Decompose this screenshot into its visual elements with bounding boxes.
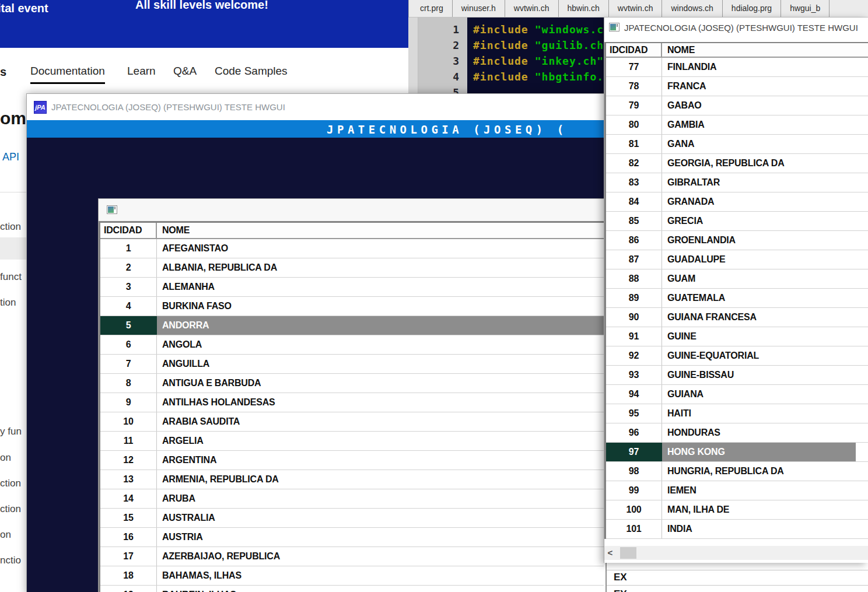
browse-title-bar[interactable] [99, 199, 609, 221]
table-row[interactable]: 86GROENLANDIA [606, 231, 868, 250]
cell-id: 5 [100, 316, 157, 335]
editor-tab-hwgui-b[interactable]: hwgui_b [781, 0, 830, 17]
table-row[interactable]: 101INDIA [606, 520, 868, 539]
link-fragment[interactable]: on [0, 452, 11, 464]
table-row[interactable]: 99IEMEN [606, 481, 868, 500]
table-row[interactable]: 78FRANCA [606, 77, 868, 96]
editor-tab-wvtwin-ch-2[interactable]: wvtwin.ch [609, 0, 663, 17]
cell-nome: AUSTRALIA [157, 509, 609, 527]
table-row[interactable]: 16AUSTRIA [100, 528, 609, 547]
table-row[interactable]: 11ARGELIA [100, 432, 609, 451]
link-fragment[interactable]: nctio [0, 555, 21, 566]
table-row[interactable]: 94GUIANA [606, 385, 868, 404]
link-fragment[interactable]: on [0, 529, 11, 541]
table-row[interactable]: 12ARGENTINA [100, 451, 609, 470]
editor-tab-winuser-h[interactable]: winuser.h [453, 0, 505, 17]
table-row[interactable]: 79GABAO [606, 96, 868, 115]
cell-id: 19 [100, 586, 157, 592]
include-path: "guilib.ch" [535, 39, 611, 51]
table-row[interactable]: 81GANA [606, 135, 868, 154]
cell-nome: GIBRALTAR [662, 173, 856, 192]
api-link[interactable]: API [2, 151, 19, 163]
table-row[interactable]: 93GUINE-BISSAU [606, 366, 868, 385]
table-row[interactable]: 4BURKINA FASO [100, 297, 609, 316]
table-row[interactable]: 14ARUBA [100, 489, 609, 509]
table-row[interactable]: 100MAN, ILHA DE [606, 500, 868, 520]
link-fragment[interactable]: y fun [0, 426, 22, 437]
cell-id: 87 [606, 250, 662, 269]
table-row[interactable]: 6ANGOLA [100, 335, 609, 355]
jpa-app-icon[interactable]: jPA [34, 101, 47, 114]
table-row[interactable]: 3ALEMANHA [100, 278, 609, 297]
editor-tab-windows-ch[interactable]: windows.ch [662, 0, 722, 17]
table-row[interactable]: 95HAITI [606, 404, 868, 423]
selected-list-band [0, 237, 27, 260]
editor-tab-hbwin-ch[interactable]: hbwin.ch [559, 0, 609, 17]
nav-qa[interactable]: Q&A [173, 65, 197, 78]
editor-tab-hdialog-prg[interactable]: hdialog.prg [723, 0, 781, 17]
table-row[interactable]: 98HUNGRIA, REPUBLICA DA [606, 462, 868, 481]
cell-id: 18 [100, 566, 157, 585]
editor-tab-wvtwin-ch[interactable]: wvtwin.ch [505, 0, 559, 17]
link-fragment[interactable]: ction [0, 503, 21, 515]
cell-nome: HONDURAS [662, 423, 856, 442]
table-row[interactable]: 13ARMENIA, REPUBLICA DA [100, 470, 609, 489]
table-row-selected[interactable]: 5ANDORRA [100, 316, 609, 335]
table-row[interactable]: EX [614, 572, 626, 583]
table-row[interactable]: 85GRECIA [606, 212, 868, 231]
table-row[interactable]: 7ANGUILLA [100, 355, 609, 374]
table-row[interactable]: 10ARABIA SAUDITA [100, 412, 609, 432]
table-row[interactable]: 90GUIANA FRANCESA [606, 308, 868, 327]
nav-code-samples[interactable]: Code Samples [215, 65, 288, 78]
cell-pad [856, 423, 868, 442]
right-title-bar[interactable]: JPATECNOLOGIA (JOSEQ) (PTESHWGUI) TESTE … [604, 17, 868, 37]
cell-nome: GUIANA [662, 385, 856, 404]
cell-nome: GUAM [662, 269, 856, 288]
cell-nome: ANDORRA [157, 316, 609, 335]
link-fragment[interactable]: ction [0, 478, 21, 489]
table-row[interactable]: 96HONDURAS [606, 423, 868, 443]
table-row[interactable]: 83GIBRALTAR [606, 173, 868, 192]
table-row[interactable]: 8ANTIGUA E BARBUDA [100, 374, 609, 393]
cell-id: 82 [606, 154, 662, 173]
cell-id: 88 [606, 269, 662, 288]
cell-pad [856, 366, 868, 384]
scrollbar-thumb[interactable] [620, 547, 636, 559]
window-icon[interactable] [609, 23, 620, 31]
link-fragment[interactable]: ction [0, 221, 21, 233]
link-fragment[interactable]: tion [0, 297, 16, 309]
scroll-left-arrow[interactable]: < [604, 546, 616, 560]
table-row[interactable]: 91GUINE [606, 327, 868, 346]
table-row[interactable]: 84GRANADA [606, 192, 868, 212]
table-row[interactable]: 15AUSTRALIA [100, 509, 609, 528]
link-fragment[interactable]: funct [0, 271, 22, 283]
table-row[interactable]: 80GAMBIA [606, 115, 868, 135]
cell-id: 4 [100, 297, 157, 316]
cell-id: 77 [606, 58, 662, 76]
nav-learn[interactable]: Learn [127, 65, 156, 78]
table-row[interactable]: 1AFEGANISTAO [100, 239, 609, 258]
table-row[interactable]: 82GEORGIA, REPUBLICA DA [606, 154, 868, 173]
cell-id: 93 [606, 366, 662, 384]
cell-nome: ANGUILLA [157, 355, 609, 373]
window-icon[interactable] [107, 205, 117, 214]
cell-nome: GANA [662, 135, 856, 153]
table-row[interactable]: 2ALBANIA, REPUBLICA DA [100, 258, 609, 278]
nav-documentation[interactable]: Documentation [30, 65, 105, 84]
table-row[interactable]: 17AZERBAIJAO, REPUBLICA [100, 547, 609, 566]
table-row[interactable]: 19BAHREIN, ILHAS [100, 586, 609, 592]
cell-id: 97 [606, 443, 662, 461]
table-row[interactable]: 89GUATEMALA [606, 289, 868, 308]
table-row[interactable]: 88GUAM [606, 269, 868, 289]
table-row[interactable]: 92GUINE-EQUATORIAL [606, 346, 868, 366]
table-row[interactable]: 77FINLANDIA [606, 58, 868, 77]
table-row[interactable]: 9ANTILHAS HOLANDESAS [100, 393, 609, 412]
table-row[interactable]: 18BAHAMAS, ILHAS [100, 566, 609, 586]
main-title-bar[interactable]: jPA JPATECNOLOGIA (JOSEQ) (PTESHWGUI) TE… [27, 94, 609, 120]
table-row-selected[interactable]: 97HONG KONG [606, 443, 868, 462]
editor-tab-crt-prg[interactable]: crt.prg [409, 0, 453, 17]
horizontal-scrollbar[interactable]: < [604, 546, 868, 560]
table-row[interactable]: EY [614, 589, 626, 592]
cell-id: 14 [100, 489, 157, 508]
table-row[interactable]: 87GUADALUPE [606, 250, 868, 269]
